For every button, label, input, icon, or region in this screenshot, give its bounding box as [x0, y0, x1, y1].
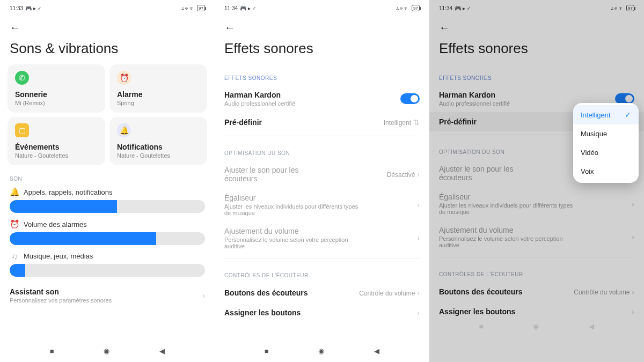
- chevron-right-icon: ›: [417, 289, 420, 297]
- clock-icon: ⏰: [117, 71, 131, 85]
- nav-home-icon[interactable]: ◉: [104, 347, 109, 355]
- nav-recent-icon[interactable]: ■: [50, 347, 54, 355]
- calendar-icon: ▢: [15, 123, 29, 137]
- slider-calls[interactable]: [10, 200, 205, 213]
- row-assigner-boutons[interactable]: Assigner les boutons ›: [215, 303, 429, 322]
- status-bar: 11:33🎮 ▸ ♂ ⁂ ⌾ ᯤ97: [0, 2, 215, 14]
- row-assistant-son[interactable]: Assistant son Personnalisez vos paramètr…: [0, 282, 215, 309]
- section-controles: CONTRÔLES DE L'ÉCOUTEUR: [215, 262, 429, 283]
- section-effets: EFFETS SONORES: [215, 64, 429, 85]
- page-title: Sons & vibrations: [0, 37, 215, 64]
- card-sonnerie[interactable]: ✆ Sonnerie Mi (Remiix): [8, 64, 105, 113]
- card-evenements[interactable]: ▢ Évènements Nature - Goutelettes: [8, 117, 105, 165]
- row-predefinir[interactable]: Pré-définir Intelligent⇅: [215, 112, 429, 132]
- option-musique[interactable]: Musique: [573, 124, 639, 143]
- battery-icon: 97: [197, 5, 205, 11]
- toggle-harman-kardon[interactable]: [400, 93, 420, 104]
- row-harman-kardon[interactable]: Harman Kardon Audio professionnel certif…: [215, 85, 429, 112]
- option-intelligent[interactable]: Intelligent✓: [573, 105, 639, 124]
- chevron-right-icon: ›: [417, 201, 420, 209]
- row-egaliseur[interactable]: ÉgaliseurAjuster les niveaux individuels…: [215, 188, 429, 221]
- option-video[interactable]: Vidéo: [573, 143, 639, 162]
- chevron-right-icon: ›: [417, 234, 420, 242]
- page-title: Effets sonores: [215, 37, 429, 64]
- section-optim: OPTIMISATION DU SON: [215, 139, 429, 160]
- android-nav-bar: ■ ◉ ◀: [215, 343, 429, 359]
- phone-icon: ✆: [15, 71, 29, 85]
- chevron-right-icon: ›: [417, 308, 420, 317]
- row-ajuster-ecouteurs[interactable]: Ajuster le son pour les écouteurs Désact…: [215, 160, 429, 188]
- battery-icon: 97: [412, 5, 420, 11]
- row-ajustement-volume[interactable]: Ajustement du volumePersonnalisez le vol…: [215, 221, 429, 255]
- back-button[interactable]: ←: [215, 14, 429, 37]
- bell-outline-icon: 🔔: [10, 187, 19, 197]
- nav-recent-icon[interactable]: ■: [265, 347, 269, 355]
- back-button[interactable]: ←: [0, 14, 215, 37]
- back-arrow-icon: ←: [224, 21, 235, 33]
- chevron-right-icon: ›: [417, 170, 420, 179]
- bell-icon: 🔔: [117, 123, 131, 137]
- back-arrow-icon: ←: [10, 21, 20, 33]
- status-bar: 11:34🎮 ▸ ♂ ⁂ ⌾ ᯤ97: [215, 2, 429, 14]
- nav-back-icon[interactable]: ◀: [374, 347, 379, 355]
- predef-dropdown: Intelligent✓ Musique Vidéo Voix: [573, 103, 639, 183]
- android-nav-bar: ■ ◉ ◀: [0, 343, 215, 359]
- nav-back-icon[interactable]: ◀: [159, 347, 165, 355]
- chevron-updown-icon: ⇅: [413, 118, 420, 127]
- row-boutons-ecouteurs[interactable]: Boutons des écouteurs Contrôle du volume…: [215, 283, 429, 303]
- slider-media[interactable]: [10, 264, 205, 277]
- option-voix[interactable]: Voix: [573, 162, 639, 181]
- card-notifications[interactable]: 🔔 Notifications Nature - Goutelettes: [109, 117, 207, 165]
- check-icon: ✓: [625, 110, 631, 119]
- slider-label-alarm: Volume des alarmes: [24, 220, 87, 228]
- slider-label-calls: Appels, rappels, notifications: [24, 188, 112, 196]
- chevron-right-icon: ›: [202, 291, 205, 300]
- card-alarme[interactable]: ⏰ Alarme Spring: [109, 64, 207, 113]
- section-son: SON: [0, 165, 215, 186]
- music-outline-icon: ♫: [10, 252, 19, 261]
- alarm-outline-icon: ⏰: [10, 219, 19, 229]
- slider-alarm[interactable]: [10, 232, 205, 245]
- nav-home-icon[interactable]: ◉: [318, 347, 324, 355]
- slider-label-media: Musique, jeux, médias: [24, 252, 93, 260]
